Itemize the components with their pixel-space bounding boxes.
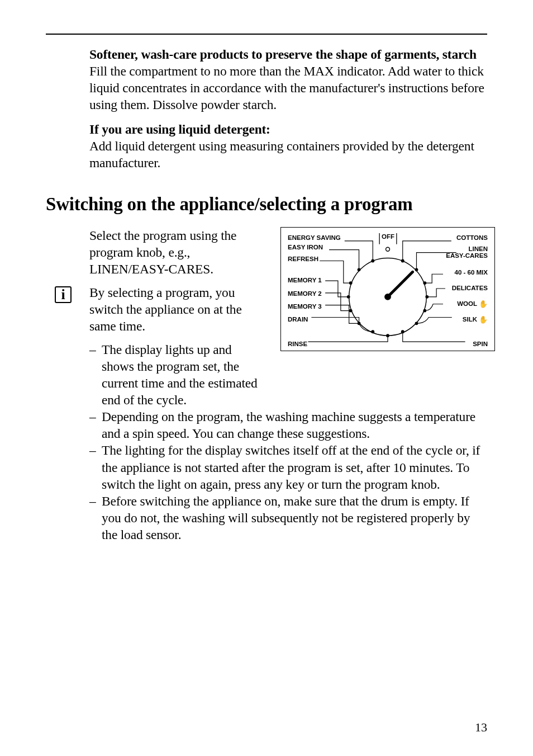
list-item: Depending on the program, the washing ma…: [89, 408, 487, 442]
knob-label: RINSE: [288, 341, 307, 347]
knob-label: SPIN: [473, 341, 488, 347]
hand-wash-icon: ✋: [479, 300, 488, 308]
knob-label: MEMORY 2: [288, 290, 322, 297]
knob-label: WOOL✋: [457, 300, 488, 308]
info-icon: i: [55, 286, 72, 303]
list-item: The display lights up and shows the prog…: [89, 341, 261, 408]
intro-text: Select the program using the program kno…: [89, 227, 261, 277]
program-knob-diagram: OFF ENERGY SAVING EASY IRON REFRESH MEMO…: [280, 227, 495, 351]
list-item: The lighting for the display switches it…: [89, 442, 487, 492]
knob-label: REFRESH: [288, 256, 318, 262]
main-heading: Switching on the appliance/selecting a p…: [46, 194, 487, 215]
softener-body: Fill the compartment to no more than the…: [89, 63, 487, 113]
knob-off-label: OFF: [382, 233, 394, 240]
knob-label: EASY IRON: [288, 244, 323, 251]
svg-line-2: [388, 272, 413, 297]
svg-point-1: [386, 247, 390, 251]
knob-label: ENERGY SAVING: [288, 234, 341, 241]
knob-label: DELICATES: [452, 285, 488, 291]
knob-label: MEMORY 1: [288, 277, 322, 284]
knob-label: SILK✋: [463, 316, 488, 324]
knob-label: MEMORY 3: [288, 303, 322, 310]
knob-label: COTTONS: [456, 234, 488, 241]
liquid-detergent-body: Add liquid detergent using measuring con…: [89, 138, 487, 171]
knob-label: DRAIN: [288, 316, 308, 323]
liquid-detergent-heading: If you are using liquid detergent:: [89, 121, 487, 138]
list-item: Before switching the appliance on, make …: [89, 493, 487, 543]
info-lead: By selecting a program, you switch the a…: [89, 284, 261, 334]
knob-label: LINEN EASY-CARES: [446, 245, 488, 259]
page-number: 13: [475, 720, 487, 735]
hand-wash-icon: ✋: [479, 316, 488, 324]
knob-label: 40 - 60 MIX: [455, 269, 488, 276]
svg-point-3: [384, 293, 391, 300]
softener-heading: Softener, wash-care products to preserve…: [89, 46, 487, 63]
